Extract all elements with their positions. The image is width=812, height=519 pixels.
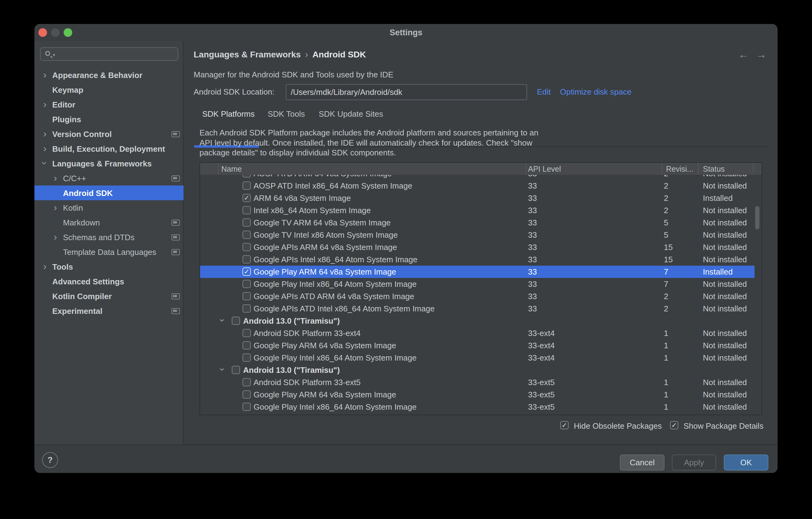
sidebar-item-editor[interactable]: ›Editor [34,97,183,112]
table-row[interactable]: AOSP ATD ARM 64 v8a System Image332Not i… [200,175,755,180]
status-cell: Not installed [703,378,747,387]
tab-sdk-update-sites[interactable]: SDK Update Sites [319,109,383,119]
column-header-status[interactable]: Status [703,164,725,174]
chevron-right-icon[interactable]: › [41,143,49,154]
status-cell: Installed [703,267,733,277]
chevron-right-icon[interactable]: › [41,69,49,80]
row-checkbox[interactable]: ✓ [242,268,251,276]
table-row[interactable]: Google APIs ARM 64 v8a System Image3315N… [200,241,755,253]
chevron-down-icon[interactable]: › [217,317,228,324]
chevron-down-icon[interactable]: › [217,366,228,373]
sidebar-item-appearance-behavior[interactable]: ›Appearance & Behavior [34,67,183,82]
ok-button[interactable]: OK [724,455,768,470]
table-row[interactable]: AOSP ATD Intel x86_64 Atom System Image3… [200,180,755,192]
sidebar-item-android-sdk[interactable]: Android SDK [34,185,183,200]
chevron-right-icon[interactable]: › [52,231,59,242]
row-checkbox[interactable] [232,366,240,374]
sidebar-item-kotlin[interactable]: ›Kotlin [34,200,183,215]
hide-obsolete-packages-label[interactable]: Hide Obsolete Packages [574,421,662,431]
row-checkbox[interactable] [242,255,251,264]
search-icon [45,51,50,56]
sdk-location-field[interactable] [286,84,527,100]
sidebar-item-keymap[interactable]: Keymap [34,82,183,97]
table-row[interactable]: Google Play Intel x86_64 Atom System Ima… [200,401,755,413]
sidebar-item-template-data-languages[interactable]: Template Data Languages [34,244,183,259]
forward-arrow-icon[interactable]: → [756,49,766,61]
chevron-right-icon[interactable]: › [41,261,49,272]
row-checkbox[interactable] [242,175,251,178]
table-row[interactable] [200,413,755,415]
table-row[interactable]: Google APIs Intel x86_64 Atom System Ima… [200,253,755,266]
show-package-details-checkbox[interactable]: ✓ [670,421,678,429]
breadcrumb-parent[interactable]: Languages & Frameworks [194,50,301,59]
row-checkbox[interactable] [242,280,251,288]
table-row[interactable]: ✓Google Play ARM 64 v8a System Image337I… [200,266,755,278]
sidebar-item-schemas-and-dtds[interactable]: ›Schemas and DTDs [34,230,183,244]
search-history-caret-icon[interactable]: ▾ [53,52,55,58]
show-package-details-label[interactable]: Show Package Details [684,421,763,431]
tab-sdk-tools[interactable]: SDK Tools [268,109,305,119]
row-checkbox[interactable] [242,354,251,362]
table-row[interactable]: ›Android 13.0 ("Tiramisu") [200,364,755,376]
chevron-down-icon[interactable]: › [39,159,50,167]
table-row[interactable]: Google APIs ATD Intel x86_64 Atom System… [200,303,755,315]
row-checkbox[interactable] [242,206,251,214]
table-row[interactable]: ›Android 13.0 ("Tiramisu") [200,315,755,327]
revision-cell: 1 [664,402,668,412]
row-checkbox[interactable] [242,231,251,239]
cancel-button[interactable]: Cancel [620,455,665,470]
apply-button[interactable]: Apply [672,455,716,470]
table-row[interactable]: Google TV Intel x86 Atom System Image335… [200,229,755,241]
hide-obsolete-packages-checkbox[interactable]: ✓ [560,421,569,429]
table-row[interactable]: Google Play Intel x86_64 Atom System Ima… [200,352,755,364]
edit-link[interactable]: Edit [537,87,551,97]
table-row[interactable]: ✓ARM 64 v8a System Image332Installed [200,192,755,204]
row-checkbox[interactable] [242,304,251,313]
sidebar-item-version-control[interactable]: ›Version Control [34,126,183,141]
row-checkbox[interactable] [242,390,251,399]
sidebar-item-languages-frameworks[interactable]: ›Languages & Frameworks [34,156,183,171]
row-checkbox[interactable] [242,292,251,300]
sidebar-item-kotlin-compiler[interactable]: Kotlin Compiler [34,289,183,303]
sidebar-item-c-c[interactable]: ›C/C++ [34,171,183,185]
row-checkbox[interactable] [232,316,240,325]
table-row[interactable]: Google TV ARM 64 v8a System Image335Not … [200,216,755,229]
row-checkbox[interactable] [242,403,251,411]
row-checkbox[interactable]: ✓ [242,194,251,202]
sidebar-item-advanced-settings[interactable]: Advanced Settings [34,274,183,289]
table-row[interactable]: Google Play Intel x86_64 Atom System Ima… [200,278,755,290]
column-header-api-level[interactable]: API Level [528,164,561,174]
table-row[interactable]: Android SDK Platform 33-ext433-ext41Not … [200,327,755,339]
row-checkbox[interactable] [242,378,251,386]
help-button[interactable]: ? [42,452,58,468]
package-name: AOSP ATD Intel x86_64 Atom System Image [254,181,412,191]
vertical-scrollbar-thumb[interactable] [755,206,759,230]
optimize-disk-space-link[interactable]: Optimize disk space [560,87,632,97]
search-input[interactable] [60,49,176,60]
column-header-revision[interactable]: Revisi... [666,164,693,174]
tab-sdk-platforms[interactable]: SDK Platforms [202,109,255,119]
chevron-right-icon[interactable]: › [41,128,49,139]
sidebar-item-experimental[interactable]: Experimental [34,303,183,318]
table-row[interactable]: Google Play ARM 64 v8a System Image33-ex… [200,339,755,352]
sidebar-item-tools[interactable]: ›Tools [34,259,183,274]
sidebar-item-markdown[interactable]: Markdown [34,215,183,230]
sdk-location-input[interactable] [291,86,523,98]
row-checkbox[interactable] [242,243,251,251]
sidebar-item-build-execution-deployment[interactable]: ›Build, Execution, Deployment [34,141,183,156]
row-checkbox[interactable] [242,341,251,349]
column-header-name[interactable]: Name [221,164,242,174]
row-checkbox[interactable] [242,182,251,190]
chevron-right-icon[interactable]: › [41,99,49,110]
sidebar-item-plugins[interactable]: Plugins [34,112,183,126]
table-row[interactable]: Google Play ARM 64 v8a System Image33-ex… [200,389,755,401]
row-checkbox[interactable] [242,218,251,226]
table-row[interactable]: Google APIs ATD ARM 64 v8a System Image3… [200,290,755,303]
chevron-right-icon[interactable]: › [52,202,59,213]
chevron-right-icon[interactable]: › [52,172,59,183]
settings-search-field[interactable]: ▾ [40,47,178,61]
back-arrow-icon[interactable]: ← [738,49,749,61]
table-row[interactable]: Android SDK Platform 33-ext533-ext51Not … [200,376,755,389]
row-checkbox[interactable] [242,329,251,337]
table-row[interactable]: Intel x86_64 Atom System Image332Not ins… [200,204,755,216]
